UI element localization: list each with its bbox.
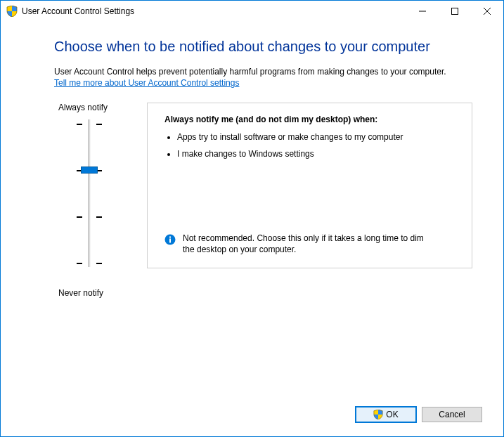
slider-tick [77,216,82,218]
info-column: Always notify me (and do not dim my desk… [147,103,472,298]
uac-settings-window: User Account Control Settings Choose whe… [0,0,504,437]
slider-tick [77,124,82,125]
page-heading: Choose when to be notified about changes… [54,39,472,55]
slider-tick [96,124,102,125]
uac-shield-icon [6,6,18,17]
slider-column: Always notify Never notify [54,103,147,298]
panel-bullet: Apps try to install software or make cha… [177,131,455,143]
slider-top-label: Always notify [54,103,147,112]
content-area: Choose when to be notified about changes… [1,22,503,403]
recommendation-text: Not recommended. Choose this only if it … [183,233,455,255]
close-button[interactable] [471,1,503,22]
description-block: User Account Control helps prevent poten… [54,66,472,89]
maximize-button[interactable] [439,1,471,22]
level-description-panel: Always notify me (and do not dim my desk… [147,103,472,268]
info-icon [164,234,176,255]
slider-tick [96,216,102,218]
slider-tick [77,263,82,264]
ok-button-label: OK [386,410,398,419]
svg-rect-3 [169,239,171,243]
svg-rect-4 [169,237,171,238]
svg-rect-1 [452,8,458,15]
help-link[interactable]: Tell me more about User Account Control … [54,78,239,88]
svg-rect-0 [419,11,426,12]
panel-bullet: I make changes to Windows settings [177,148,455,159]
ok-button[interactable]: OK [356,407,416,422]
slider-track [88,119,91,267]
slider-bottom-label: Never notify [54,288,147,298]
slider-tick [96,263,102,264]
window-title: User Account Control Settings [22,6,134,16]
dialog-button-row: OK Cancel [1,403,503,436]
cancel-button[interactable]: Cancel [422,407,482,422]
uac-shield-icon [373,410,383,419]
cancel-button-label: Cancel [439,410,465,419]
titlebar: User Account Control Settings [1,1,503,22]
notification-level-slider[interactable] [54,119,147,281]
panel-title: Always notify me (and do not dim my desk… [164,115,455,124]
panel-bullet-list: Apps try to install software or make cha… [177,131,455,165]
minimize-button[interactable] [406,1,439,22]
description-text: User Account Control helps prevent poten… [54,67,446,77]
slider-thumb[interactable] [81,167,98,174]
